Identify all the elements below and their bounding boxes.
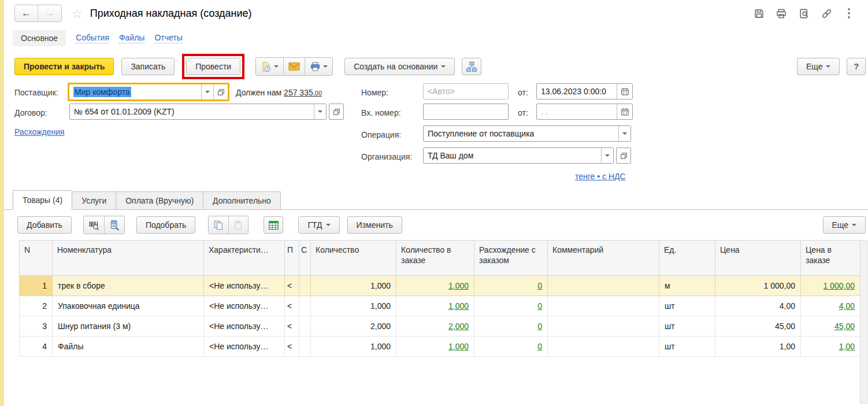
col-s[interactable]: С [299, 241, 311, 276]
table-more-button[interactable]: Еще [823, 216, 866, 234]
post-and-close-button[interactable]: Провести и закрыть [14, 58, 114, 75]
debt-text[interactable]: Должен нам 257 335,00 [236, 88, 322, 97]
col-nomenclature[interactable]: Номенклатура [53, 241, 204, 276]
supplier-field[interactable]: Мир комфорта [68, 83, 229, 101]
col-p[interactable]: П [285, 241, 299, 276]
table-scrollbar[interactable] [860, 240, 867, 404]
create-based-on-button[interactable]: Создать на основании [344, 58, 455, 75]
cell-characteristic[interactable]: <Не использу… [204, 276, 285, 296]
quantity-in-order-link[interactable]: 2,000 [448, 322, 469, 331]
forward-button[interactable]: → [38, 5, 61, 21]
organization-dropdown-button[interactable] [601, 148, 613, 163]
pick-button[interactable]: Подобрать [136, 216, 196, 234]
gtd-button[interactable]: ГТД [298, 216, 339, 234]
col-order-discrepancy[interactable]: Расхождение с заказом [474, 241, 548, 276]
col-quantity[interactable]: Количество [311, 241, 396, 276]
price-in-order-link[interactable]: 1,00 [839, 342, 855, 351]
discrepancy-link[interactable]: 0 [537, 322, 542, 331]
back-button[interactable]: ← [15, 5, 38, 21]
cell-characteristic[interactable]: <Не использу… [204, 337, 285, 357]
write-button[interactable]: Записать [121, 58, 175, 75]
tab-events[interactable]: События [76, 33, 109, 43]
cell-n[interactable]: 4 [20, 337, 53, 357]
cell-n[interactable]: 1 [20, 276, 53, 296]
cell-nomenclature[interactable]: Шнур питания (3 м) [53, 316, 204, 337]
date-field[interactable]: 13.06.2023 0:00:0 [536, 83, 633, 99]
barcode-scan-button[interactable] [84, 216, 104, 234]
price-in-order-link[interactable]: 4,00 [839, 301, 855, 311]
contract-open-button[interactable] [329, 104, 344, 120]
cell-nomenclature[interactable]: трек в сборе [53, 276, 204, 296]
cell-n[interactable]: 3 [20, 316, 53, 337]
cell-nomenclature[interactable]: Упаковочная единица [53, 296, 204, 316]
cell-comment[interactable] [548, 296, 659, 316]
favorite-star-icon[interactable]: ☆ [72, 8, 83, 20]
tab-files[interactable]: Файлы [119, 33, 144, 43]
cell-unit[interactable]: м [659, 276, 715, 296]
more-menu-icon[interactable] [843, 7, 855, 20]
col-quantity-in-order[interactable]: Количество в заказе [396, 241, 474, 276]
cell-nomenclature[interactable]: Файлы [53, 337, 204, 357]
organization-open-button[interactable] [616, 147, 631, 164]
col-price-in-order[interactable]: Цена в заказе [801, 241, 860, 276]
save-icon[interactable] [752, 7, 765, 20]
operation-field[interactable]: Поступление от поставщика [423, 126, 631, 142]
planned-document-button[interactable] [256, 58, 283, 75]
discrepancies-link[interactable]: Расхождения [14, 127, 65, 136]
cell-comment[interactable] [548, 316, 659, 337]
price-in-order-link[interactable]: 45,00 [834, 322, 855, 331]
email-button[interactable] [283, 58, 305, 75]
cell-unit[interactable]: шт [659, 296, 715, 316]
post-button[interactable]: Провести [186, 58, 240, 75]
cell-price[interactable]: 1 000,00 [715, 276, 801, 296]
cell-unit[interactable]: шт [659, 316, 715, 337]
contract-field[interactable]: № 654 от 01.01.2009 (KZT) [69, 104, 327, 120]
cell-n[interactable]: 2 [20, 296, 53, 316]
cell-s[interactable] [299, 337, 311, 357]
operation-dropdown-button[interactable] [618, 126, 630, 141]
quantity-in-order-link[interactable]: 1,000 [448, 281, 469, 290]
cell-comment[interactable] [548, 276, 659, 296]
cell-characteristic[interactable]: <Не использу… [204, 296, 285, 316]
cell-p[interactable]: < [285, 296, 299, 316]
col-comment[interactable]: Комментарий [548, 241, 659, 276]
cell-s[interactable] [299, 316, 311, 337]
cell-p[interactable]: < [285, 276, 299, 296]
cell-s[interactable] [299, 296, 311, 316]
copy-rows-button[interactable] [209, 216, 228, 234]
more-button[interactable]: Еще [797, 58, 840, 75]
cell-price[interactable]: 4,00 [715, 296, 801, 316]
number-field[interactable]: <Авто> [423, 83, 509, 99]
cell-s[interactable] [299, 276, 311, 296]
add-row-button[interactable]: Добавить [17, 216, 72, 234]
cell-p[interactable]: < [285, 316, 299, 337]
cell-price[interactable]: 1,00 [715, 337, 801, 357]
tab-services[interactable]: Услуги [72, 191, 116, 210]
contract-dropdown-button[interactable] [314, 104, 326, 119]
currency-vat-link[interactable]: тенге • с НДС [575, 172, 626, 181]
tab-goods[interactable]: Товары (4) [13, 190, 72, 210]
table-row[interactable]: 4 Файлы <Не использу… < 1,000 1,000 0 шт… [20, 337, 860, 357]
quantity-in-order-link[interactable]: 1,000 [448, 301, 469, 311]
data-terminal-button[interactable] [104, 216, 124, 234]
edit-button[interactable]: Изменить [347, 216, 402, 234]
incoming-date-field[interactable]: . . [536, 104, 633, 120]
cell-unit[interactable]: шт [659, 337, 715, 357]
incoming-number-field[interactable] [423, 104, 509, 120]
cell-p[interactable]: < [285, 337, 299, 357]
date-calendar-button[interactable] [617, 84, 632, 99]
discrepancy-link[interactable]: 0 [537, 301, 542, 311]
col-unit[interactable]: Ед. [659, 241, 715, 276]
supplier-open-button[interactable] [213, 84, 228, 99]
supplier-dropdown-button[interactable] [201, 84, 213, 99]
incoming-date-calendar-button[interactable] [617, 104, 632, 119]
discrepancy-link[interactable]: 0 [537, 342, 542, 351]
print-document-button[interactable] [305, 58, 332, 75]
discrepancy-link[interactable]: 0 [537, 281, 542, 290]
spreadsheet-button[interactable] [264, 216, 283, 234]
print-preview-icon[interactable] [797, 7, 810, 20]
tab-main[interactable]: Основное [13, 30, 66, 46]
col-characteristic[interactable]: Характеристи… [204, 241, 285, 276]
table-row[interactable]: 2 Упаковочная единица <Не использу… < 1,… [20, 296, 860, 316]
quantity-in-order-link[interactable]: 1,000 [448, 342, 469, 351]
